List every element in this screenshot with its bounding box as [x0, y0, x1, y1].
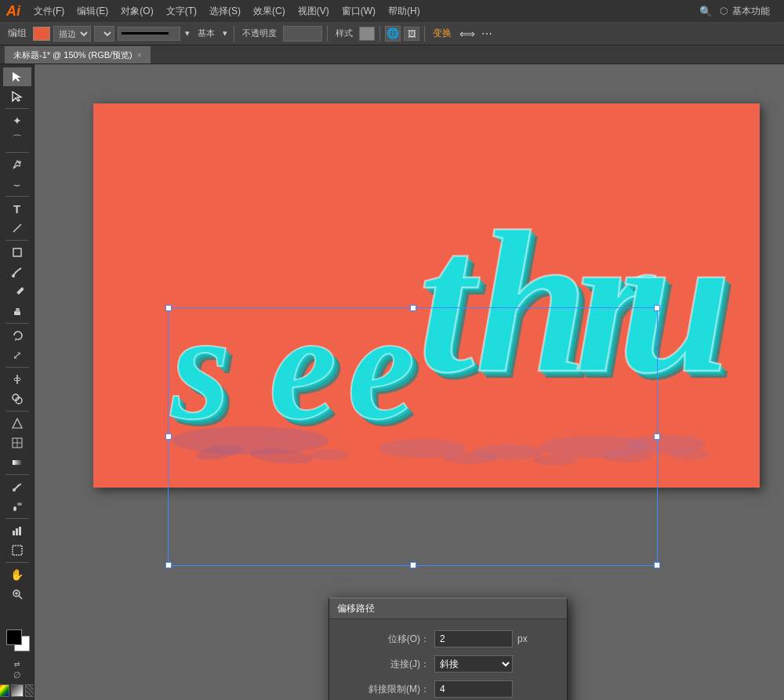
describe-dropdown[interactable]: 描边	[53, 26, 91, 42]
artboard-tool[interactable]	[3, 541, 31, 560]
svg-text:t: t	[418, 189, 481, 415]
perspective-grid-tool[interactable]	[3, 414, 31, 433]
image-btn[interactable]: 🖼	[404, 27, 419, 41]
svg-line-29	[19, 596, 22, 599]
svg-marker-14	[13, 419, 22, 428]
stroke-preview	[118, 27, 180, 41]
stroke-dropdown-arrow[interactable]: ▾	[185, 28, 190, 38]
swap-colors-icon[interactable]: ⇄	[14, 660, 20, 668]
rotate-tool[interactable]	[3, 326, 31, 345]
direct-selection-tool[interactable]	[3, 87, 31, 106]
miter-row: 斜接限制(M)：	[343, 680, 553, 698]
pen-tool[interactable]	[3, 155, 31, 174]
gradient-tool[interactable]	[3, 453, 31, 472]
document-tab[interactable]: 未标题-1* @ 150% (RGB/预览) ×	[5, 46, 151, 63]
style-swatch[interactable]	[359, 27, 375, 41]
type-tool[interactable]: T	[3, 199, 31, 218]
none-color-icon[interactable]: ∅	[13, 670, 21, 680]
menu-window[interactable]: 窗口(W)	[336, 3, 381, 20]
eraser-tool[interactable]	[3, 302, 31, 321]
width-tool[interactable]	[3, 370, 31, 389]
svg-text:h: h	[475, 189, 589, 415]
more-icon[interactable]: ⋯	[480, 27, 494, 40]
join-select[interactable]: 斜接 圆角 斜面	[434, 655, 513, 673]
gradient-mode-btn[interactable]	[11, 684, 24, 697]
opacity-label: 不透明度	[239, 27, 280, 39]
transform-label[interactable]: 变换	[430, 27, 455, 40]
svg-rect-8	[16, 308, 20, 312]
blend-tool[interactable]	[3, 497, 31, 516]
offset-label: 位移(O)：	[343, 633, 430, 646]
svg-point-5	[12, 274, 15, 277]
hand-tool[interactable]: ✋	[3, 565, 31, 584]
color-mode-area	[0, 684, 34, 697]
svg-rect-24	[13, 531, 15, 535]
lasso-tool[interactable]: ⌒	[3, 131, 31, 150]
curvature-tool[interactable]: ⌣	[3, 175, 31, 194]
svg-line-19	[15, 484, 20, 489]
selection-tool[interactable]	[3, 67, 31, 86]
handle-bl[interactable]	[165, 562, 172, 568]
rectangle-tool[interactable]	[3, 243, 31, 262]
workspace-label: 基本功能	[732, 5, 778, 18]
canvas-area[interactable]: s s s s s e e e e e e e	[34, 64, 784, 700]
mode-label: 编组	[5, 27, 30, 40]
menu-object[interactable]: 对象(O)	[115, 3, 158, 20]
dialog-body: 位移(O)： px 连接(J)： 斜接 圆角 斜面 斜接限制(M)：	[329, 619, 567, 700]
join-label: 连接(J)：	[343, 658, 430, 671]
eyedropper-tool[interactable]	[3, 477, 31, 496]
menu-effect[interactable]: 效果(C)	[248, 3, 291, 20]
paintbrush-tool[interactable]	[3, 263, 31, 281]
svg-point-41	[534, 455, 578, 466]
menu-select[interactable]: 选择(S)	[204, 3, 246, 20]
stroke-name-label: 基本	[194, 27, 218, 39]
handle-br[interactable]	[654, 562, 660, 568]
color-mode-btn[interactable]	[0, 684, 9, 697]
miter-input[interactable]	[434, 680, 513, 698]
menu-file[interactable]: 文件(F)	[28, 3, 70, 20]
tab-close-btn[interactable]: ×	[137, 51, 142, 60]
svg-rect-18	[13, 460, 22, 465]
globe-btn[interactable]: 🌐	[385, 26, 401, 42]
opacity-input[interactable]: 100%	[283, 26, 322, 42]
menu-view[interactable]: 视图(V)	[292, 3, 335, 20]
svg-text:u: u	[618, 189, 731, 415]
offset-row: 位移(O)： px	[343, 630, 553, 647]
mesh-tool[interactable]	[3, 433, 31, 452]
none-mode-btn[interactable]	[25, 684, 35, 697]
zoom-tool[interactable]	[3, 585, 31, 604]
svg-rect-27	[13, 546, 22, 555]
fill-color-box[interactable]	[33, 27, 50, 41]
menu-help[interactable]: 帮助(H)	[383, 3, 426, 20]
offset-input[interactable]	[434, 630, 513, 647]
svg-rect-6	[16, 287, 24, 295]
handle-bm[interactable]	[410, 562, 416, 568]
search-icon[interactable]: 🔍	[696, 5, 715, 17]
svg-point-40	[442, 452, 497, 464]
offset-path-dialog: 偏移路径 位移(O)： px 连接(J)： 斜接 圆角 斜面	[328, 597, 568, 700]
stroke-type-arrow[interactable]: ▾	[223, 28, 227, 38]
pencil-tool[interactable]	[3, 282, 31, 301]
svg-text:e: e	[347, 281, 416, 451]
column-graph-tool[interactable]	[3, 521, 31, 540]
fill-swatch[interactable]	[6, 629, 22, 645]
mirror-icon[interactable]: ⟺	[458, 27, 477, 40]
svg-point-20	[13, 488, 16, 491]
menu-edit[interactable]: 编辑(E)	[71, 3, 114, 20]
scale-tool[interactable]: ⤢	[3, 346, 31, 365]
dialog-title-bar[interactable]: 偏移路径	[329, 599, 567, 619]
line-tool[interactable]	[3, 219, 31, 238]
svg-rect-26	[19, 527, 21, 535]
color-swatch-area	[3, 625, 31, 656]
tab-bar: 未标题-1* @ 150% (RGB/预览) ×	[0, 45, 784, 64]
svg-point-23	[17, 502, 22, 506]
offset-unit: px	[517, 633, 528, 644]
main-area: ✦ ⌒ ⌣ T ⤢	[0, 64, 784, 700]
menu-text[interactable]: 文字(T)	[161, 3, 202, 20]
svg-point-22	[13, 506, 16, 511]
magic-wand-tool[interactable]: ✦	[3, 111, 31, 130]
stroke-style-select[interactable]	[94, 26, 114, 42]
svg-marker-9	[15, 338, 17, 341]
shape-builder-tool[interactable]	[3, 390, 31, 408]
svg-marker-1	[13, 92, 21, 101]
